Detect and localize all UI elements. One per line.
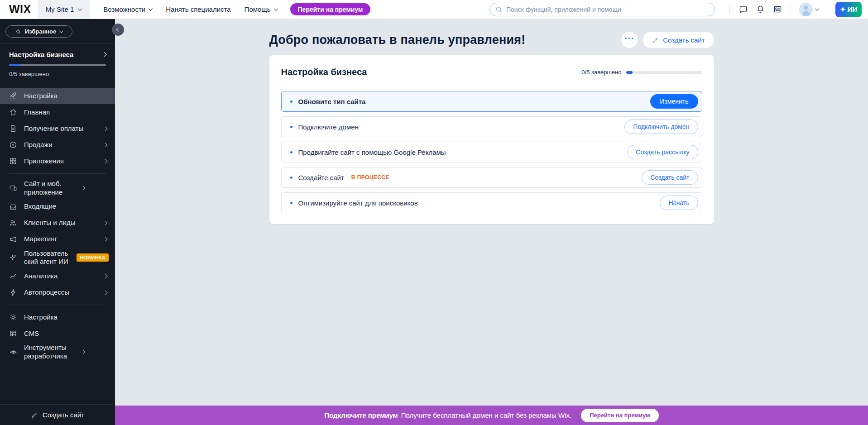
svg-text:$: $: [12, 143, 14, 147]
sidebar-item-label: Главная: [24, 108, 109, 117]
nav-opportunities[interactable]: Возможности: [103, 5, 152, 13]
bullet-icon: [290, 177, 293, 179]
inbox-icon: [9, 203, 17, 211]
chevron-right-icon: [102, 53, 107, 57]
banner-premium-button[interactable]: Перейти на премиум: [581, 409, 659, 422]
task-create-campaign-button[interactable]: Создать рассылку: [627, 145, 698, 159]
sidebar-item-label: Настройка: [24, 92, 109, 100]
dollar-circle-icon: $: [9, 141, 17, 149]
sidebar-create-site-button[interactable]: Создать сайт: [0, 404, 115, 425]
sidebar-item-home[interactable]: Главная: [0, 104, 115, 120]
bullet-icon: [290, 202, 293, 204]
sidebar: Избранное Настройка бизнеса 0/5 завершен…: [0, 19, 115, 425]
chevron-down-icon: [815, 6, 820, 11]
divider: [827, 5, 827, 14]
rocket-icon: [9, 92, 17, 100]
notifications-bell-icon[interactable]: [752, 1, 769, 18]
task-change-button[interactable]: Изменить: [650, 94, 698, 109]
task-label: Создайте сайт: [298, 174, 344, 181]
divider: [791, 5, 791, 14]
search-input[interactable]: [489, 3, 715, 16]
chevron-right-icon: [103, 290, 108, 295]
task-label: Оптимизируйте сайт для поисковиков: [298, 199, 418, 207]
chevron-right-icon: [103, 221, 108, 225]
task-row-seo[interactable]: Оптимизируйте сайт для поисковиков Начат…: [281, 192, 702, 213]
topbar-right: ✦ ИИ: [489, 1, 862, 18]
nav-label: Помощь: [245, 5, 271, 13]
more-actions-button[interactable]: ···: [621, 32, 638, 48]
chevron-right-icon: [103, 143, 108, 147]
account-menu[interactable]: [799, 3, 819, 16]
card-progress: 0/5 завершено: [581, 69, 702, 76]
news-feed-icon[interactable]: [769, 1, 786, 18]
sidebar-item-label: Входящие: [24, 202, 109, 211]
card-title: Настройка бизнеса: [281, 67, 367, 77]
sidebar-create-site-label: Создать сайт: [43, 411, 84, 419]
lightning-icon: [9, 288, 17, 296]
task-row-google-ads[interactable]: Продвигайте сайт с помощью Google Реклам…: [281, 142, 702, 162]
sidebar-item-label: Клиенты и лиды: [24, 219, 97, 227]
chevron-right-icon: [103, 159, 108, 163]
apps-grid-icon: [9, 157, 17, 165]
sidebar-item-inbox[interactable]: Входящие: [0, 199, 115, 215]
nav-hire-professional[interactable]: Нанять специалиста: [166, 5, 230, 13]
task-list: Обновите тип сайта Изменить Подключите д…: [281, 91, 702, 213]
task-status-badge: В ПРОЦЕССЕ: [351, 174, 389, 181]
sidebar-collapse-button[interactable]: [112, 24, 124, 36]
upgrade-premium-button[interactable]: Перейти на премиум: [290, 3, 371, 15]
ai-assistant-button[interactable]: ✦ ИИ: [835, 2, 862, 17]
sidebar-item-automations[interactable]: Автопроцессы: [0, 284, 115, 301]
sidebar-item-cms[interactable]: CMS: [0, 325, 115, 342]
line-chart-icon: [9, 272, 17, 280]
task-connect-domain-button[interactable]: Подключить домен: [624, 119, 698, 134]
bullet-icon: [290, 151, 293, 153]
svg-text:$: $: [12, 127, 14, 130]
premium-banner: Подключите премиум Получите бесплатный д…: [115, 406, 868, 425]
chevron-right-icon: [103, 274, 108, 278]
task-label: Продвигайте сайт с помощью Google Реклам…: [298, 148, 446, 156]
task-create-site-button[interactable]: Создать сайт: [642, 170, 698, 185]
sidebar-item-contacts[interactable]: Клиенты и лиды: [0, 215, 115, 231]
sidebar-item-setup[interactable]: Настройка: [0, 88, 115, 104]
sidebar-nav: Настройка Главная $ Получение оплаты $ П…: [0, 84, 115, 363]
sidebar-item-label: Автопроцессы: [24, 288, 97, 297]
sidebar-item-marketing[interactable]: Маркетинг: [0, 231, 115, 248]
invoice-dollar-icon: $: [9, 124, 17, 133]
favorites-label: Избранное: [25, 28, 57, 35]
setup-progress-label: 0/5 завершено: [9, 71, 106, 77]
sidebar-item-apps[interactable]: Приложения: [0, 153, 115, 169]
task-label: Обновите тип сайта: [298, 98, 366, 105]
sparkle-icon: ✦: [840, 6, 846, 13]
nav-label: Возможности: [103, 5, 145, 13]
chevron-down-icon: [78, 6, 82, 11]
chevron-down-icon: [273, 6, 278, 11]
create-site-button[interactable]: Создать сайт: [643, 32, 714, 48]
nav-label: Нанять специалиста: [166, 5, 230, 13]
task-row-create-site[interactable]: Создайте сайт В ПРОЦЕССЕ Создать сайт: [281, 167, 702, 188]
page-header: Добро пожаловать в панель управления! ··…: [269, 32, 714, 48]
chevron-right-icon: [103, 237, 108, 242]
task-row-connect-domain[interactable]: Подключите домен Подключить домен: [281, 116, 702, 137]
sidebar-item-label: Аналитика: [24, 272, 97, 281]
sidebar-item-dev-tools[interactable]: </> Инструменты разработчика: [0, 342, 115, 363]
favorites-dropdown[interactable]: Избранное: [5, 25, 72, 38]
site-menu[interactable]: My Site 1: [38, 0, 90, 19]
wix-logo: WIX: [9, 3, 31, 16]
sidebar-item-site-and-app[interactable]: Сайт и моб. приложение: [0, 178, 115, 199]
sidebar-item-settings[interactable]: Настройка: [0, 309, 115, 325]
setup-widget-title: Настройка бизнеса: [9, 51, 73, 58]
main-content: Добро пожаловать в панель управления! ··…: [115, 19, 868, 425]
sidebar-item-payments[interactable]: $ Получение оплаты: [0, 120, 115, 137]
task-row-update-site-type[interactable]: Обновите тип сайта Изменить: [281, 91, 702, 112]
chat-icon[interactable]: [734, 1, 752, 18]
sidebar-item-sales[interactable]: $ Продажи: [0, 137, 115, 153]
business-setup-widget[interactable]: Настройка бизнеса 0/5 завершено: [0, 43, 115, 84]
sidebar-item-analytics[interactable]: Аналитика: [0, 268, 115, 284]
megaphone-icon: [9, 235, 17, 244]
chevron-right-icon: [81, 350, 86, 354]
nav-help[interactable]: Помощь: [245, 5, 278, 13]
sidebar-item-ai-agent[interactable]: Пользовательский агент ИИ НОВИНКА: [0, 248, 115, 268]
task-start-button[interactable]: Начать: [660, 196, 698, 210]
cms-table-icon: [9, 329, 17, 338]
ai-button-label: ИИ: [848, 5, 858, 13]
